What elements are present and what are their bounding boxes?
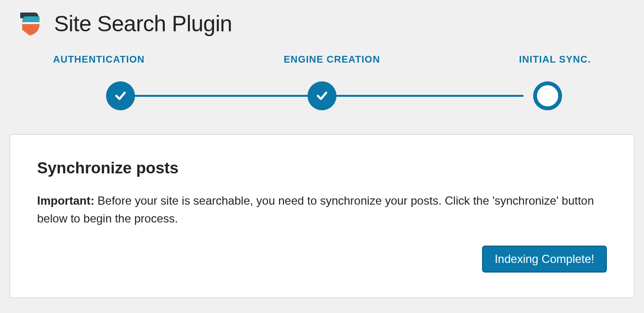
indexing-complete-button[interactable]: Indexing Complete! [482, 246, 607, 273]
step-circle-initial-sync [533, 81, 562, 110]
step-label-initial-sync: INITIAL SYNC. [519, 54, 591, 65]
card-body-text: Before your site is searchable, you need… [37, 194, 594, 225]
page-header: Site Search Plugin [15, 9, 634, 39]
progress-stepper: AUTHENTICATION ENGINE CREATION INITIAL S… [53, 54, 591, 110]
important-label: Important: [37, 194, 94, 207]
check-icon [316, 90, 328, 102]
card-body: Important: Before your site is searchabl… [37, 192, 607, 227]
sync-card: Synchronize posts Important: Before your… [10, 134, 634, 298]
page-title: Site Search Plugin [54, 11, 232, 37]
plugin-logo-icon [15, 9, 45, 39]
step-label-engine-creation: ENGINE CREATION [283, 54, 380, 65]
step-circle-engine-creation [308, 81, 336, 110]
step-circle-authentication [106, 81, 135, 110]
check-icon [114, 90, 127, 102]
step-label-authentication: AUTHENTICATION [53, 54, 145, 65]
card-heading: Synchronize posts [37, 159, 607, 177]
